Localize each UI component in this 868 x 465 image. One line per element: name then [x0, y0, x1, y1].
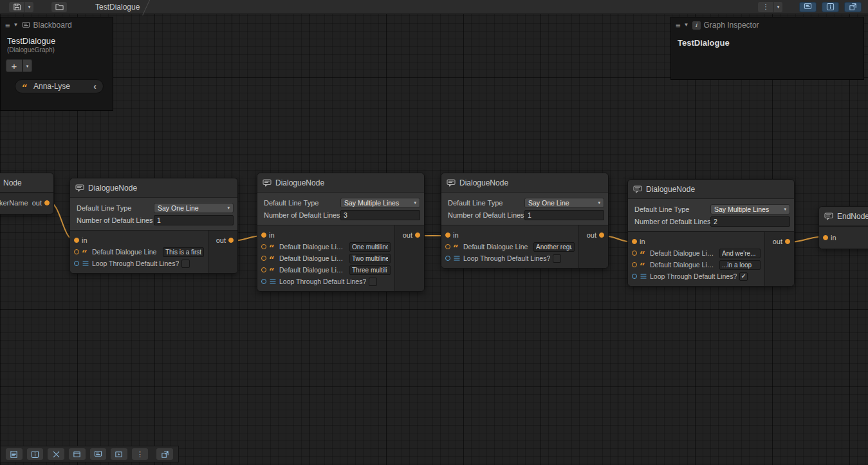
dialogue-line-field[interactable]: [349, 254, 391, 263]
blackboard-field[interactable]: “ Anna-Lyse ‹: [15, 79, 104, 93]
save-button[interactable]: [9, 2, 24, 12]
dialogue-line-field[interactable]: [349, 265, 391, 275]
output-port[interactable]: [44, 200, 50, 205]
param-port[interactable]: [74, 249, 79, 254]
line-type-dropdown[interactable]: Say One Line ▾: [524, 198, 604, 208]
open-external-window-button[interactable]: [844, 2, 862, 12]
output-port[interactable]: [415, 232, 420, 238]
input-port[interactable]: [74, 238, 79, 243]
breadcrumb[interactable]: TestDialogue: [89, 0, 149, 14]
output-port[interactable]: [228, 238, 234, 243]
num-lines-field[interactable]: [710, 216, 790, 227]
node-title-bar[interactable]: EndNode: [819, 207, 868, 226]
node-title: DialogueNode: [459, 178, 508, 187]
line-type-value: Say Multiple Lines: [344, 199, 399, 207]
play-preview-button[interactable]: [111, 448, 127, 460]
dialogue-node-1[interactable]: DialogueNode Default Line Type Say One L…: [69, 178, 238, 274]
dialogue-node-2[interactable]: DialogueNode Default Line Type Say Multi…: [257, 173, 425, 292]
loop-checkbox[interactable]: [553, 254, 561, 263]
num-lines-field[interactable]: [340, 210, 420, 220]
loop-checkbox[interactable]: ✓: [739, 272, 748, 281]
loop-checkbox[interactable]: [369, 278, 377, 286]
input-port[interactable]: [261, 232, 266, 238]
dialogue-line-label: Default Dialogue Line 1: [279, 243, 347, 251]
foldout-icon[interactable]: ▼: [684, 23, 689, 28]
save-dropdown-button[interactable]: ▾: [25, 2, 33, 12]
dialogue-line-field[interactable]: [719, 249, 761, 258]
param-port[interactable]: [261, 256, 266, 261]
in-port-label: in: [640, 238, 645, 245]
in-port-label: in: [453, 231, 459, 239]
inspector-header[interactable]: ≡ ▼ i Graph Inspector: [671, 17, 863, 33]
loop-label: Loop Through Default Lines?: [279, 278, 366, 285]
line-type-label: Default Line Type: [634, 205, 710, 213]
param-port[interactable]: [74, 261, 79, 266]
param-port[interactable]: [632, 274, 637, 279]
foldout-icon[interactable]: ▼: [14, 23, 19, 28]
dialogue-line-label: Default Dialogue Line 1: [650, 249, 717, 257]
node-properties: Default Line Type Say Multiple Lines ▾ N…: [257, 193, 424, 225]
line-type-dropdown[interactable]: Say One Line ▾: [154, 203, 234, 213]
graph-type: (DialogueGraph): [7, 46, 106, 53]
dialogue-node-icon: [633, 185, 642, 193]
toggle-blackboard-button[interactable]: [799, 2, 817, 12]
param-port[interactable]: [632, 262, 637, 267]
end-node[interactable]: EndNode in: [818, 206, 868, 249]
dialogue-line-field[interactable]: [533, 242, 575, 252]
node-title-bar[interactable]: DialogueNode: [257, 173, 424, 193]
overflow-menu-caret-button[interactable]: ▾: [774, 2, 782, 12]
loop-checkbox[interactable]: [181, 260, 190, 268]
line-type-label: Default Line Type: [77, 204, 154, 212]
blackboard-header[interactable]: ≡ ▼ Blackboard: [1, 17, 113, 33]
window-panel-button[interactable]: [69, 448, 86, 460]
line-type-value: Say One Line: [528, 199, 569, 207]
document-panel-button[interactable]: [6, 448, 23, 460]
dialogue-line-field[interactable]: [163, 247, 204, 257]
collapse-chevron-icon[interactable]: ‹: [93, 82, 97, 91]
num-lines-field[interactable]: [524, 210, 604, 220]
more-options-button[interactable]: ⋮: [132, 448, 149, 460]
menu-icon[interactable]: ≡: [676, 21, 681, 30]
tools-button[interactable]: [48, 448, 64, 460]
input-port[interactable]: [632, 239, 637, 244]
dialogue-node-4[interactable]: DialogueNode Default Line Type Say Multi…: [627, 179, 795, 287]
line-type-value: Say One Line: [158, 204, 199, 212]
toggle-inspector-button[interactable]: [822, 2, 839, 12]
param-port[interactable]: [445, 244, 450, 249]
quote-icon: “: [82, 249, 89, 257]
dialogue-line-field[interactable]: [349, 242, 391, 252]
output-port[interactable]: [599, 232, 604, 238]
param-port[interactable]: [261, 244, 266, 249]
output-port[interactable]: [785, 239, 790, 244]
vertical-dots-icon: ⋮: [762, 3, 770, 10]
dialogue-line-field[interactable]: [719, 260, 761, 270]
start-node[interactable]: Node kerName out: [0, 173, 54, 214]
add-property-caret-button[interactable]: ▾: [23, 59, 32, 72]
param-port[interactable]: [445, 256, 450, 261]
menu-icon[interactable]: ≡: [5, 21, 10, 30]
param-port[interactable]: [632, 251, 637, 256]
overflow-menu-button[interactable]: ⋮: [758, 2, 773, 12]
node-properties: Default Line Type Say One Line ▾ Number …: [70, 198, 237, 230]
dialogue-node-icon: [75, 184, 84, 192]
info-panel-button[interactable]: [27, 448, 44, 460]
input-port[interactable]: [445, 232, 450, 238]
blackboard-panel-button[interactable]: [90, 448, 107, 460]
pop-out-button[interactable]: [156, 448, 173, 460]
num-lines-label: Number of Default Lines: [634, 218, 710, 225]
param-port[interactable]: [261, 267, 266, 272]
num-lines-field[interactable]: [154, 215, 234, 225]
line-type-dropdown[interactable]: Say Multiple Lines ▾: [340, 198, 420, 208]
node-title-bar[interactable]: DialogueNode: [70, 178, 237, 198]
node-title-bar[interactable]: Node: [0, 173, 53, 193]
line-type-dropdown[interactable]: Say Multiple Lines ▾: [710, 204, 790, 214]
dialogue-line-label: Default Dialogue Line 2: [279, 254, 347, 262]
out-port-label: out: [403, 231, 412, 239]
param-port[interactable]: [261, 279, 266, 284]
input-port[interactable]: [823, 235, 828, 240]
dialogue-node-3[interactable]: DialogueNode Default Line Type Say One L…: [441, 173, 609, 269]
open-folder-button[interactable]: [51, 2, 67, 12]
node-title-bar[interactable]: DialogueNode: [441, 173, 608, 193]
node-title-bar[interactable]: DialogueNode: [628, 180, 794, 199]
add-property-button[interactable]: +: [6, 59, 23, 72]
